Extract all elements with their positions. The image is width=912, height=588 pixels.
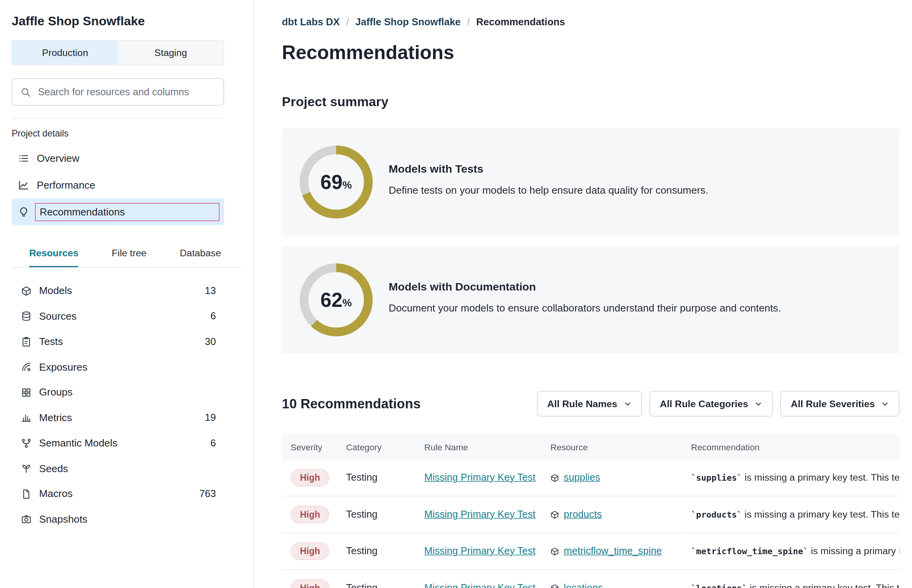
cube-icon xyxy=(551,473,559,482)
column-header-severity: Severity xyxy=(282,434,338,460)
search-box[interactable] xyxy=(12,78,224,106)
project-summary-heading: Project summary xyxy=(282,94,900,110)
resource-list: Models 13 Sources 6 Tests 30 xyxy=(12,278,224,532)
resource-link[interactable]: metricflow_time_spine xyxy=(564,546,662,557)
column-header-resource: Resource xyxy=(542,434,682,460)
category-cell: Testing xyxy=(337,533,416,570)
resource-label: Snapshots xyxy=(39,513,216,526)
cube-icon xyxy=(551,510,559,519)
sidebar-tabs: Resources File tree Database xyxy=(12,242,242,268)
resource-link[interactable]: locations xyxy=(564,582,603,588)
severity-badge: High xyxy=(291,506,330,523)
recommendation-cell: `supplies` is missing a primary key test… xyxy=(682,460,900,496)
table-header-row: Severity Category Rule Name Resource Rec… xyxy=(282,434,900,460)
resource-count: 19 xyxy=(205,412,216,424)
tab-database[interactable]: Database xyxy=(180,242,221,267)
resource-label: Metrics xyxy=(39,412,205,424)
resource-label: Seeds xyxy=(39,462,216,475)
sidebar-item-models[interactable]: Models 13 xyxy=(12,278,224,304)
chevron-down-icon xyxy=(624,400,631,408)
card-title: Models with Tests xyxy=(389,163,708,176)
resource-count: 30 xyxy=(205,336,216,348)
rule-name-link[interactable]: Missing Primary Key Test xyxy=(424,546,536,557)
cube-icon xyxy=(21,286,32,296)
nav-label-selected[interactable]: Recommendations xyxy=(35,203,219,221)
sidebar-item-groups[interactable]: Groups xyxy=(12,380,224,405)
production-tab[interactable]: Production xyxy=(12,41,118,65)
recommendation-text: is missing a primary key test. This test xyxy=(742,509,900,519)
severity-badge: High xyxy=(291,542,330,560)
sidebar-item-recommendations[interactable]: Recommendations xyxy=(12,198,224,225)
resource-code: `metricflow_time_spine` xyxy=(691,547,808,556)
resource-count: 13 xyxy=(205,285,216,297)
tab-file-tree[interactable]: File tree xyxy=(112,242,146,267)
clipboard-icon xyxy=(21,336,32,347)
column-header-category: Category xyxy=(337,434,416,460)
tab-resources[interactable]: Resources xyxy=(29,242,79,267)
rule-categories-filter[interactable]: All Rule Categories xyxy=(649,391,773,416)
severity-badge: High xyxy=(291,469,330,486)
database-icon xyxy=(21,311,32,322)
search-icon xyxy=(21,87,31,97)
sidebar-item-metrics[interactable]: Metrics 19 xyxy=(12,405,224,430)
project-title: Jaffle Shop Snowflake xyxy=(12,14,224,29)
rule-name-link[interactable]: Missing Primary Key Test xyxy=(424,509,536,520)
column-header-rule-name: Rule Name xyxy=(416,434,542,460)
resource-link[interactable]: products xyxy=(564,509,602,520)
card-description: Document your models to ensure collabora… xyxy=(389,302,781,315)
rule-name-link[interactable]: Missing Primary Key Test xyxy=(424,472,536,483)
sidebar-item-overview[interactable]: Overview xyxy=(12,145,224,172)
breadcrumb-separator: / xyxy=(346,16,349,28)
list-icon xyxy=(18,152,30,164)
chevron-down-icon xyxy=(881,400,889,408)
sidebar-item-sources[interactable]: Sources 6 xyxy=(12,304,224,329)
staging-tab[interactable]: Staging xyxy=(118,41,224,65)
resource-label: Tests xyxy=(39,336,205,348)
resource-label: Sources xyxy=(39,310,210,323)
recommendation-cell: `metricflow_time_spine` is missing a pri… xyxy=(682,533,900,570)
search-input[interactable] xyxy=(37,86,216,98)
chevron-down-icon xyxy=(755,400,763,408)
sidebar-item-seeds[interactable]: Seeds xyxy=(12,456,224,481)
breadcrumb-item-project-root[interactable]: dbt Labs DX xyxy=(282,16,340,28)
rule-severities-filter[interactable]: All Rule Severities xyxy=(780,391,900,416)
table-row: High Testing Missing Primary Key Test pr… xyxy=(282,496,900,533)
resource-code: `products` xyxy=(691,510,742,519)
sidebar-item-semantic-models[interactable]: Semantic Models 6 xyxy=(12,430,224,456)
resource-link[interactable]: supplies xyxy=(564,472,600,484)
summary-card-models-with-documentation: 62 % Models with Documentation Document … xyxy=(282,246,900,354)
sidebar-item-tests[interactable]: Tests 30 xyxy=(12,329,224,354)
sidebar-item-macros[interactable]: Macros 763 xyxy=(12,481,224,507)
rule-name-link[interactable]: Missing Primary Key Test xyxy=(424,582,536,588)
recommendation-text: is missing a primary key test. This tes xyxy=(747,582,899,588)
sidebar-item-exposures[interactable]: Exposures xyxy=(12,354,224,380)
filter-bar: All Rule Names All Rule Categories All R… xyxy=(537,391,899,416)
breadcrumb-separator: / xyxy=(467,16,470,28)
breadcrumb-item-project[interactable]: Jaffle Shop Snowflake xyxy=(355,16,461,28)
recommendation-text: is missing a primary k xyxy=(808,546,899,556)
sidebar: Jaffle Shop Snowflake Production Staging… xyxy=(0,0,254,588)
sidebar-item-performance[interactable]: Performance xyxy=(12,172,224,198)
sidebar-item-snapshots[interactable]: Snapshots xyxy=(12,507,224,532)
percent-value: 62 xyxy=(321,289,343,312)
filter-label: All Rule Categories xyxy=(660,398,748,410)
camera-icon xyxy=(21,514,32,525)
resource-label: Models xyxy=(39,285,205,297)
category-cell: Testing xyxy=(337,496,416,533)
breadcrumb: dbt Labs DX / Jaffle Shop Snowflake / Re… xyxy=(282,16,900,28)
recommendations-header: 10 Recommendations All Rule Names All Ru… xyxy=(282,391,900,416)
recommendation-text: is missing a primary key test. This test xyxy=(742,472,900,483)
grid-icon xyxy=(21,387,32,398)
resource-count: 763 xyxy=(199,488,216,500)
table-row: High Testing Missing Primary Key Test me… xyxy=(282,533,900,570)
table-row: High Testing Missing Primary Key Test lo… xyxy=(282,570,900,588)
cube-icon xyxy=(551,547,559,556)
resource-label: Semantic Models xyxy=(39,437,210,450)
rule-names-filter[interactable]: All Rule Names xyxy=(537,391,642,416)
recommendation-cell: `products` is missing a primary key test… xyxy=(682,496,900,533)
bar-chart-icon xyxy=(21,413,32,423)
line-chart-icon xyxy=(18,179,30,191)
donut-percentage: 69 % xyxy=(300,145,373,219)
recommendations-count-heading: 10 Recommendations xyxy=(282,396,421,412)
percent-sign: % xyxy=(342,179,352,191)
